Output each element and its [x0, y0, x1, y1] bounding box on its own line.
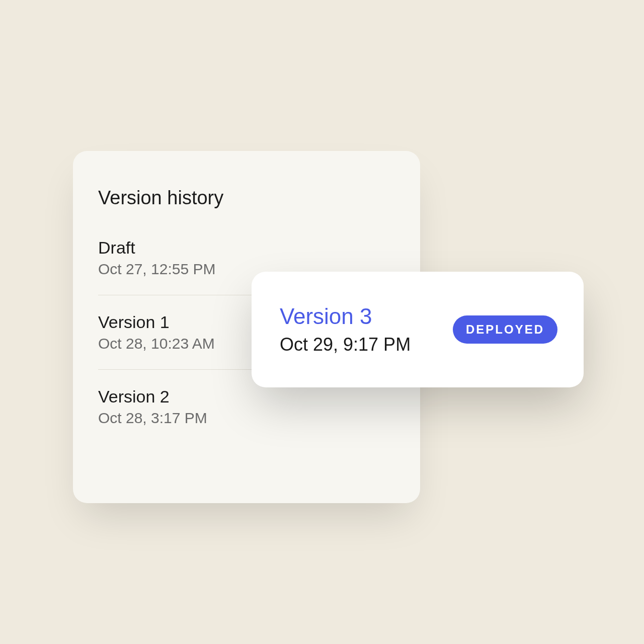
- version-date: Oct 28, 3:17 PM: [98, 410, 395, 427]
- status-badge: DEPLOYED: [453, 315, 557, 344]
- version-date: Oct 29, 9:17 PM: [280, 334, 411, 355]
- floating-version-info: Version 3 Oct 29, 9:17 PM: [280, 304, 411, 355]
- version-label: Draft: [98, 238, 395, 258]
- version-label: Version 3: [280, 304, 411, 329]
- version-label: Version 2: [98, 387, 395, 407]
- version-history-title: Version history: [98, 187, 395, 209]
- version-item-3-floating[interactable]: Version 3 Oct 29, 9:17 PM DEPLOYED: [252, 272, 584, 387]
